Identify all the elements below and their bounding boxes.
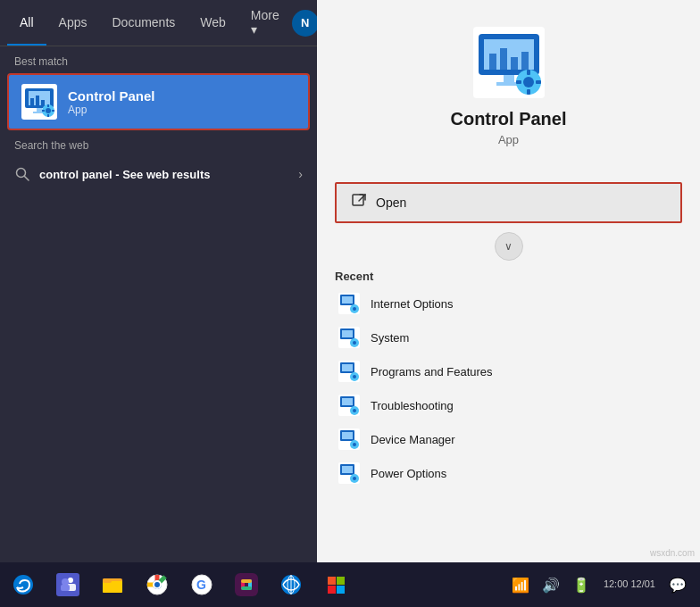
recent-section: Recent Internet Options System [317, 270, 700, 490]
svg-point-42 [353, 341, 356, 345]
taskbar-notification-icon[interactable]: 💬 [664, 573, 691, 597]
tab-all[interactable]: All [7, 0, 46, 46]
best-match-subtitle: App [68, 104, 155, 116]
svg-rect-11 [47, 114, 49, 117]
best-match-title: Control Panel [68, 88, 155, 104]
recent-item-icon-internet-options [338, 293, 360, 314]
right-panel: Control Panel App Open ∨ Recent [317, 0, 700, 562]
tab-web[interactable]: Web [188, 0, 238, 46]
svg-rect-50 [342, 398, 353, 405]
taskbar-battery-icon[interactable]: 🔋 [568, 573, 595, 597]
control-panel-icon [21, 84, 57, 120]
tab-more[interactable]: More ▾ [238, 0, 292, 46]
best-match-info: Control Panel App [68, 88, 155, 116]
recent-item-icon-power [338, 462, 360, 484]
svg-rect-4 [36, 96, 39, 105]
svg-rect-29 [516, 80, 521, 84]
expand-button[interactable]: ∨ [495, 232, 523, 261]
web-search-label: Search the web [0, 130, 317, 157]
svg-rect-89 [337, 586, 345, 594]
recent-item-system[interactable]: System [335, 320, 682, 354]
watermark: wsxdn.com [650, 548, 695, 558]
svg-text:G: G [196, 578, 206, 592]
svg-rect-35 [342, 296, 353, 304]
svg-point-47 [353, 375, 356, 378]
search-icon [14, 166, 30, 182]
svg-rect-70 [61, 585, 70, 591]
svg-rect-19 [489, 54, 496, 70]
svg-rect-23 [504, 75, 514, 82]
svg-rect-13 [52, 110, 54, 112]
web-search-item[interactable]: control panel - See web results › [0, 157, 317, 191]
taskbar-explorer-icon[interactable] [91, 562, 134, 607]
svg-point-69 [62, 578, 69, 586]
svg-rect-45 [342, 364, 353, 371]
recent-item-device-manager[interactable]: Device Manager [335, 422, 682, 456]
svg-rect-20 [500, 48, 507, 70]
svg-point-9 [46, 108, 51, 113]
svg-rect-55 [342, 432, 353, 439]
svg-rect-12 [42, 110, 45, 112]
svg-point-62 [353, 477, 356, 480]
tab-apps[interactable]: Apps [46, 0, 100, 46]
taskbar-store-icon[interactable] [136, 562, 179, 607]
app-detail-top: Control Panel App [317, 0, 700, 182]
svg-rect-91 [337, 577, 345, 585]
taskbar-edge-icon[interactable] [2, 562, 45, 607]
svg-rect-40 [342, 330, 353, 337]
svg-rect-60 [342, 466, 353, 473]
svg-rect-22 [521, 52, 529, 70]
recent-item-label-internet-options: Internet Options [371, 297, 454, 311]
recent-item-icon-programs [338, 361, 360, 382]
taskbar-wifi-icon[interactable]: 📶 [507, 573, 534, 597]
taskbar: G 📶 🔊 🔋 12:00 12/0 [0, 562, 700, 607]
recent-item-label-troubleshooting: Troubleshooting [371, 399, 454, 412]
svg-point-37 [353, 307, 356, 311]
app-detail-name: Control Panel [450, 109, 566, 129]
taskbar-winlogo-icon[interactable] [314, 562, 357, 607]
open-label: Open [376, 195, 406, 210]
taskbar-network-icon[interactable] [270, 562, 312, 607]
svg-point-26 [523, 77, 534, 87]
svg-point-77 [154, 582, 160, 587]
user-avatar[interactable]: N [292, 10, 319, 37]
taskbar-google-icon[interactable]: G [180, 562, 223, 607]
recent-item-label-system: System [371, 331, 409, 345]
svg-rect-84 [241, 579, 252, 583]
recent-item-programs-features[interactable]: Programs and Features [335, 354, 682, 388]
taskbar-volume-icon[interactable]: 🔊 [538, 573, 564, 597]
svg-rect-73 [103, 578, 112, 583]
best-match-label: Best match [0, 46, 317, 73]
svg-rect-28 [527, 89, 530, 95]
open-button[interactable]: Open [337, 184, 680, 221]
tabs-row: All Apps Documents Web More ▾ N 🗨 ··· ✕ [0, 0, 317, 46]
svg-point-52 [353, 409, 356, 412]
svg-rect-21 [511, 57, 518, 70]
svg-rect-27 [527, 70, 530, 75]
svg-rect-80 [235, 573, 258, 596]
web-search-chevron: › [298, 167, 303, 181]
recent-item-icon-system [338, 327, 360, 348]
svg-rect-83 [241, 586, 252, 590]
app-detail-control-panel-icon [473, 27, 545, 98]
tab-documents[interactable]: Documents [99, 0, 188, 46]
taskbar-clock[interactable]: 12:00 12/01 [598, 578, 661, 591]
recent-item-label-power: Power Options [371, 467, 446, 480]
recent-item-label-programs: Programs and Features [371, 365, 493, 378]
svg-line-32 [359, 195, 365, 201]
recent-item-icon-device-manager [338, 428, 360, 450]
svg-rect-88 [328, 586, 336, 594]
recent-item-power-options[interactable]: Power Options [335, 456, 682, 490]
app-detail-sub: App [498, 133, 519, 146]
search-panel: All Apps Documents Web More ▾ N 🗨 ··· ✕ … [0, 0, 317, 562]
web-search-text: control panel - See web results [39, 168, 210, 181]
recent-item-troubleshooting[interactable]: Troubleshooting [335, 388, 682, 422]
best-match-item[interactable]: Control Panel App [7, 73, 310, 130]
taskbar-teams-icon[interactable] [46, 562, 89, 607]
svg-rect-90 [328, 577, 336, 585]
taskbar-slack-icon[interactable] [225, 562, 268, 607]
svg-rect-10 [47, 104, 49, 107]
svg-rect-31 [353, 195, 363, 205]
recent-item-label-device-manager: Device Manager [371, 433, 455, 446]
recent-item-internet-options[interactable]: Internet Options [335, 287, 682, 320]
